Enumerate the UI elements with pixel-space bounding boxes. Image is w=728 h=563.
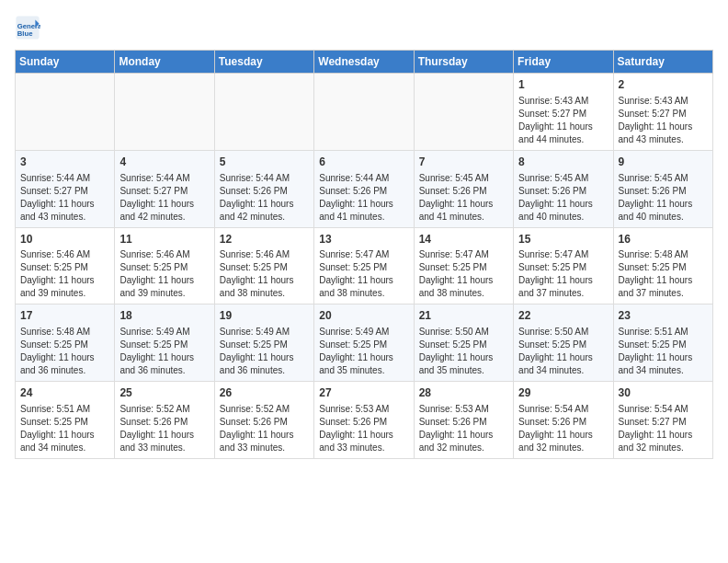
weekday-header-monday: Monday (115, 51, 214, 74)
calendar-cell: 1Sunrise: 5:43 AM Sunset: 5:27 PM Daylig… (514, 74, 613, 151)
calendar-cell: 27Sunrise: 5:53 AM Sunset: 5:26 PM Dayli… (314, 382, 414, 459)
day-info: Sunrise: 5:52 AM Sunset: 5:26 PM Dayligh… (220, 404, 294, 453)
calendar-week-1: 1Sunrise: 5:43 AM Sunset: 5:27 PM Daylig… (16, 74, 713, 151)
calendar-body: 1Sunrise: 5:43 AM Sunset: 5:27 PM Daylig… (16, 74, 713, 459)
day-info: Sunrise: 5:48 AM Sunset: 5:25 PM Dayligh… (619, 249, 693, 298)
day-info: Sunrise: 5:46 AM Sunset: 5:25 PM Dayligh… (20, 249, 95, 298)
day-number: 14 (419, 232, 508, 247)
calendar-cell (16, 74, 115, 151)
day-number: 9 (619, 155, 708, 170)
calendar-cell (214, 74, 313, 151)
calendar-cell: 6Sunrise: 5:44 AM Sunset: 5:26 PM Daylig… (314, 150, 414, 227)
day-info: Sunrise: 5:44 AM Sunset: 5:26 PM Dayligh… (319, 173, 393, 222)
weekday-header-wednesday: Wednesday (314, 51, 414, 74)
day-number: 27 (319, 385, 408, 401)
day-number: 19 (220, 308, 309, 324)
calendar-cell: 19Sunrise: 5:49 AM Sunset: 5:25 PM Dayli… (214, 304, 313, 382)
calendar-cell: 14Sunrise: 5:47 AM Sunset: 5:25 PM Dayli… (414, 227, 513, 304)
calendar-cell: 25Sunrise: 5:52 AM Sunset: 5:26 PM Dayli… (115, 382, 214, 459)
calendar-cell: 9Sunrise: 5:45 AM Sunset: 5:26 PM Daylig… (613, 150, 712, 227)
day-number: 5 (220, 155, 309, 170)
day-info: Sunrise: 5:47 AM Sunset: 5:25 PM Dayligh… (518, 249, 593, 298)
day-info: Sunrise: 5:43 AM Sunset: 5:27 PM Dayligh… (518, 96, 593, 144)
calendar-cell: 8Sunrise: 5:45 AM Sunset: 5:26 PM Daylig… (514, 150, 613, 227)
calendar-week-2: 3Sunrise: 5:44 AM Sunset: 5:27 PM Daylig… (16, 150, 713, 227)
day-info: Sunrise: 5:49 AM Sunset: 5:25 PM Dayligh… (319, 327, 393, 375)
day-info: Sunrise: 5:50 AM Sunset: 5:25 PM Dayligh… (518, 327, 593, 375)
day-number: 15 (518, 232, 608, 247)
calendar-cell: 4Sunrise: 5:44 AM Sunset: 5:27 PM Daylig… (115, 150, 214, 227)
calendar-cell: 26Sunrise: 5:52 AM Sunset: 5:26 PM Dayli… (214, 382, 313, 459)
svg-text:Blue: Blue (17, 29, 33, 38)
calendar-cell: 21Sunrise: 5:50 AM Sunset: 5:25 PM Dayli… (414, 304, 513, 382)
day-number: 6 (319, 155, 408, 170)
calendar-cell (414, 74, 513, 151)
day-number: 26 (220, 385, 309, 401)
day-info: Sunrise: 5:54 AM Sunset: 5:26 PM Dayligh… (518, 404, 593, 453)
calendar-cell: 10Sunrise: 5:46 AM Sunset: 5:25 PM Dayli… (16, 227, 115, 304)
day-number: 4 (119, 155, 209, 170)
day-info: Sunrise: 5:48 AM Sunset: 5:25 PM Dayligh… (20, 327, 95, 375)
calendar-cell: 16Sunrise: 5:48 AM Sunset: 5:25 PM Dayli… (613, 227, 712, 304)
weekday-header-friday: Friday (514, 51, 613, 74)
calendar-cell: 22Sunrise: 5:50 AM Sunset: 5:25 PM Dayli… (514, 304, 613, 382)
weekday-header-saturday: Saturday (613, 51, 712, 74)
day-info: Sunrise: 5:43 AM Sunset: 5:27 PM Dayligh… (619, 96, 693, 144)
day-info: Sunrise: 5:45 AM Sunset: 5:26 PM Dayligh… (419, 173, 494, 222)
calendar: SundayMondayTuesdayWednesdayThursdayFrid… (15, 50, 713, 459)
day-info: Sunrise: 5:44 AM Sunset: 5:26 PM Dayligh… (220, 173, 294, 222)
day-number: 10 (20, 232, 109, 247)
calendar-cell: 3Sunrise: 5:44 AM Sunset: 5:27 PM Daylig… (16, 150, 115, 227)
calendar-cell: 23Sunrise: 5:51 AM Sunset: 5:25 PM Dayli… (613, 304, 712, 382)
day-number: 24 (20, 385, 109, 401)
calendar-cell: 15Sunrise: 5:47 AM Sunset: 5:25 PM Dayli… (514, 227, 613, 304)
day-number: 12 (220, 232, 309, 247)
page-header: General Blue (15, 15, 713, 40)
weekday-header-tuesday: Tuesday (214, 51, 313, 74)
calendar-cell: 30Sunrise: 5:54 AM Sunset: 5:27 PM Dayli… (613, 382, 712, 459)
day-number: 11 (119, 232, 209, 247)
weekday-header-sunday: Sunday (16, 51, 115, 74)
day-info: Sunrise: 5:49 AM Sunset: 5:25 PM Dayligh… (119, 327, 194, 375)
calendar-cell: 11Sunrise: 5:46 AM Sunset: 5:25 PM Dayli… (115, 227, 214, 304)
calendar-cell: 7Sunrise: 5:45 AM Sunset: 5:26 PM Daylig… (414, 150, 513, 227)
day-number: 20 (319, 308, 408, 324)
calendar-cell: 24Sunrise: 5:51 AM Sunset: 5:25 PM Dayli… (16, 382, 115, 459)
calendar-cell: 20Sunrise: 5:49 AM Sunset: 5:25 PM Dayli… (314, 304, 414, 382)
day-number: 25 (119, 385, 209, 401)
day-number: 8 (518, 155, 608, 170)
day-info: Sunrise: 5:53 AM Sunset: 5:26 PM Dayligh… (419, 404, 494, 453)
day-number: 1 (518, 77, 608, 93)
calendar-cell: 17Sunrise: 5:48 AM Sunset: 5:25 PM Dayli… (16, 304, 115, 382)
day-info: Sunrise: 5:51 AM Sunset: 5:25 PM Dayligh… (619, 327, 693, 375)
day-number: 21 (419, 308, 508, 324)
day-number: 22 (518, 308, 608, 324)
day-number: 23 (619, 308, 708, 324)
day-info: Sunrise: 5:45 AM Sunset: 5:26 PM Dayligh… (518, 173, 593, 222)
day-info: Sunrise: 5:45 AM Sunset: 5:26 PM Dayligh… (619, 173, 693, 222)
logo-icon: General Blue (15, 15, 40, 40)
weekday-header-thursday: Thursday (414, 51, 513, 74)
day-info: Sunrise: 5:49 AM Sunset: 5:25 PM Dayligh… (220, 327, 294, 375)
day-info: Sunrise: 5:46 AM Sunset: 5:25 PM Dayligh… (220, 249, 294, 298)
calendar-cell: 29Sunrise: 5:54 AM Sunset: 5:26 PM Dayli… (514, 382, 613, 459)
calendar-cell (115, 74, 214, 151)
day-info: Sunrise: 5:50 AM Sunset: 5:25 PM Dayligh… (419, 327, 494, 375)
calendar-cell: 13Sunrise: 5:47 AM Sunset: 5:25 PM Dayli… (314, 227, 414, 304)
calendar-week-3: 10Sunrise: 5:46 AM Sunset: 5:25 PM Dayli… (16, 227, 713, 304)
day-number: 3 (20, 155, 109, 170)
day-number: 7 (419, 155, 508, 170)
calendar-header-row: SundayMondayTuesdayWednesdayThursdayFrid… (16, 51, 713, 74)
logo: General Blue (15, 15, 44, 40)
calendar-cell: 5Sunrise: 5:44 AM Sunset: 5:26 PM Daylig… (214, 150, 313, 227)
day-info: Sunrise: 5:52 AM Sunset: 5:26 PM Dayligh… (119, 404, 194, 453)
day-info: Sunrise: 5:44 AM Sunset: 5:27 PM Dayligh… (20, 173, 95, 222)
day-info: Sunrise: 5:51 AM Sunset: 5:25 PM Dayligh… (20, 404, 95, 453)
day-info: Sunrise: 5:54 AM Sunset: 5:27 PM Dayligh… (619, 404, 693, 453)
calendar-week-5: 24Sunrise: 5:51 AM Sunset: 5:25 PM Dayli… (16, 382, 713, 459)
day-info: Sunrise: 5:44 AM Sunset: 5:27 PM Dayligh… (119, 173, 194, 222)
calendar-cell: 2Sunrise: 5:43 AM Sunset: 5:27 PM Daylig… (613, 74, 712, 151)
day-info: Sunrise: 5:46 AM Sunset: 5:25 PM Dayligh… (119, 249, 194, 298)
day-number: 2 (619, 77, 708, 93)
day-number: 13 (319, 232, 408, 247)
